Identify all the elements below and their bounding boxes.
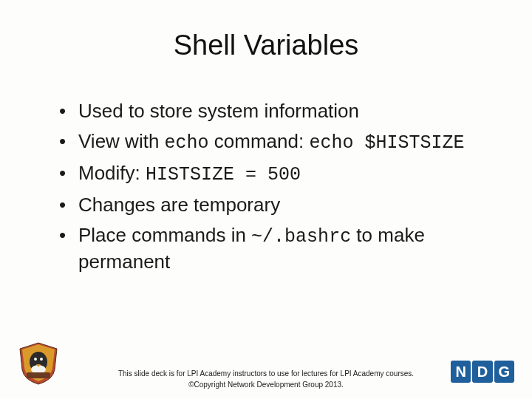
bullet-text: Changes are temporary xyxy=(78,194,280,216)
bullet-text: Used to store system information xyxy=(78,100,359,122)
code-span: HISTSIZE = 500 xyxy=(146,164,301,185)
bullet-text: View with xyxy=(78,130,165,152)
bullet-item: Used to store system information xyxy=(59,98,488,124)
bullet-text: Place commands in xyxy=(78,224,251,246)
bullet-item: Modify: HISTSIZE = 500 xyxy=(59,160,488,188)
code-span: echo xyxy=(165,132,209,154)
bullet-item: Place commands in ~/.bashrc to make perm… xyxy=(59,222,488,276)
slide: Shell Variables Used to store system inf… xyxy=(0,0,532,399)
code-span: echo $HISTSIZE xyxy=(309,132,464,154)
footer-line-1: This slide deck is for LPI Academy instr… xyxy=(0,368,532,379)
bullet-item: View with echo command: echo $HISTSIZE xyxy=(59,129,488,156)
slide-title: Shell Variables xyxy=(44,30,488,61)
bullet-item: Changes are temporary xyxy=(59,192,488,218)
bullet-text: command: xyxy=(209,130,310,152)
code-span: ~/.bashrc xyxy=(251,226,351,248)
svg-point-2 xyxy=(34,358,37,361)
footer-line-2: ©Copyright Network Development Group 201… xyxy=(0,379,532,390)
bullet-text: Modify: xyxy=(78,162,146,184)
slide-footer: This slide deck is for LPI Academy instr… xyxy=(0,368,532,390)
svg-point-3 xyxy=(40,358,43,361)
bullet-list: Used to store system information View wi… xyxy=(44,98,488,276)
